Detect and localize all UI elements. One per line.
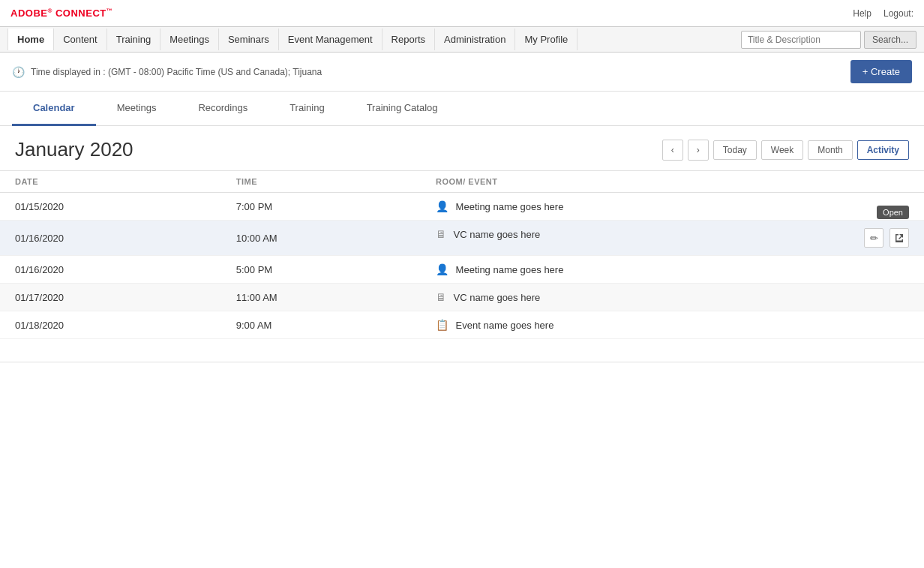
col-date: DATE <box>0 171 221 193</box>
row-time: 5:00 PM <box>221 256 421 284</box>
table-row: 01/18/2020 9:00 AM 📋 Event name goes her… <box>0 311 924 339</box>
search-input[interactable] <box>741 31 861 49</box>
row-date: 01/16/2020 <box>0 256 221 284</box>
row-time: 7:00 PM <box>221 193 421 221</box>
meeting-icon: 👤 <box>436 263 448 275</box>
event-icon: 📋 <box>436 319 448 331</box>
nav-search: Search... <box>741 31 916 49</box>
nav-administration[interactable]: Administration <box>435 29 515 50</box>
create-button[interactable]: + Create <box>850 60 912 83</box>
table-row: 01/16/2020 5:00 PM 👤 Meeting name goes h… <box>0 256 924 284</box>
row-room: 🖥 VC name goes here Open ✏ <box>421 221 924 256</box>
nav-items: Home Content Training Meetings Seminars … <box>8 29 578 50</box>
time-info: 🕐 Time displayed in : (GMT - 08:00) Paci… <box>12 66 322 78</box>
nav-content[interactable]: Content <box>54 29 107 50</box>
row-date: 01/18/2020 <box>0 311 221 339</box>
calendar-header: January 2020 ‹ › Today Week Month Activi… <box>0 126 924 167</box>
activity-table: DATE TIME ROOM/ EVENT 01/15/2020 7:00 PM… <box>0 170 924 339</box>
nav-event-management[interactable]: Event Management <box>279 29 382 50</box>
nav-training[interactable]: Training <box>107 29 160 50</box>
table-header-row: DATE TIME ROOM/ EVENT <box>0 171 924 193</box>
vc-icon: 🖥 <box>436 228 446 240</box>
week-button[interactable]: Week <box>761 140 803 160</box>
meeting-icon: 👤 <box>436 200 448 212</box>
nav-meetings[interactable]: Meetings <box>160 29 219 50</box>
table-row: 01/15/2020 7:00 PM 👤 Meeting name goes h… <box>0 193 924 221</box>
row-room: 🖥 VC name goes here <box>421 284 924 311</box>
top-bar: ADOBE® CONNECT™ Help Logout: <box>0 0 924 27</box>
row-room: 👤 Meeting name goes here <box>421 193 924 221</box>
table-row: 01/16/2020 10:00 AM 🖥 VC name goes here … <box>0 221 924 256</box>
nav-my-profile[interactable]: My Profile <box>515 29 578 50</box>
logout-link[interactable]: Logout: <box>884 8 914 19</box>
col-room: ROOM/ EVENT <box>421 171 924 193</box>
tab-training[interactable]: Training <box>268 92 345 126</box>
row-room: 👤 Meeting name goes here <box>421 256 924 284</box>
calendar-title: January 2020 <box>15 138 134 161</box>
tab-meetings[interactable]: Meetings <box>96 92 178 126</box>
row-room: 📋 Event name goes here <box>421 311 924 339</box>
tab-recordings[interactable]: Recordings <box>177 92 268 126</box>
help-link[interactable]: Help <box>853 8 872 19</box>
row-date: 01/17/2020 <box>0 284 221 311</box>
search-button[interactable]: Search... <box>864 31 916 49</box>
tab-calendar[interactable]: Calendar <box>12 92 96 126</box>
month-button[interactable]: Month <box>808 140 852 160</box>
vc-icon: 🖥 <box>436 291 446 303</box>
tab-training-catalog[interactable]: Training Catalog <box>346 92 459 126</box>
main-content: 🕐 Time displayed in : (GMT - 08:00) Paci… <box>0 53 924 568</box>
time-text: Time displayed in : (GMT - 08:00) Pacifi… <box>31 67 322 77</box>
nav-home[interactable]: Home <box>8 29 54 50</box>
nav-seminars[interactable]: Seminars <box>219 29 279 50</box>
row-time: 11:00 AM <box>221 284 421 311</box>
col-time: TIME <box>221 171 421 193</box>
clock-icon: 🕐 <box>12 66 25 78</box>
row-actions: Open ✏ <box>864 228 909 248</box>
time-bar: 🕐 Time displayed in : (GMT - 08:00) Paci… <box>0 53 924 92</box>
edit-icon-button[interactable]: ✏ <box>864 228 884 248</box>
next-button[interactable]: › <box>688 140 709 161</box>
table-row: 01/17/2020 11:00 AM 🖥 VC name goes here <box>0 284 924 311</box>
nav-reports[interactable]: Reports <box>382 29 436 50</box>
nav-bar: Home Content Training Meetings Seminars … <box>0 27 924 53</box>
prev-button[interactable]: ‹ <box>662 140 683 161</box>
calendar-nav: ‹ › Today Week Month Activity <box>662 140 909 161</box>
row-time: 10:00 AM <box>221 221 421 256</box>
open-icon-button[interactable] <box>890 228 909 248</box>
tabs: Calendar Meetings Recordings Training Tr… <box>0 92 924 126</box>
app-logo: ADOBE® CONNECT™ <box>10 8 112 19</box>
top-links: Help Logout: <box>853 8 914 19</box>
row-date: 01/15/2020 <box>0 193 221 221</box>
row-date: 01/16/2020 <box>0 221 221 256</box>
today-button[interactable]: Today <box>713 140 757 160</box>
row-time: 9:00 AM <box>221 311 421 339</box>
bottom-separator <box>0 362 924 362</box>
activity-button[interactable]: Activity <box>857 140 909 160</box>
